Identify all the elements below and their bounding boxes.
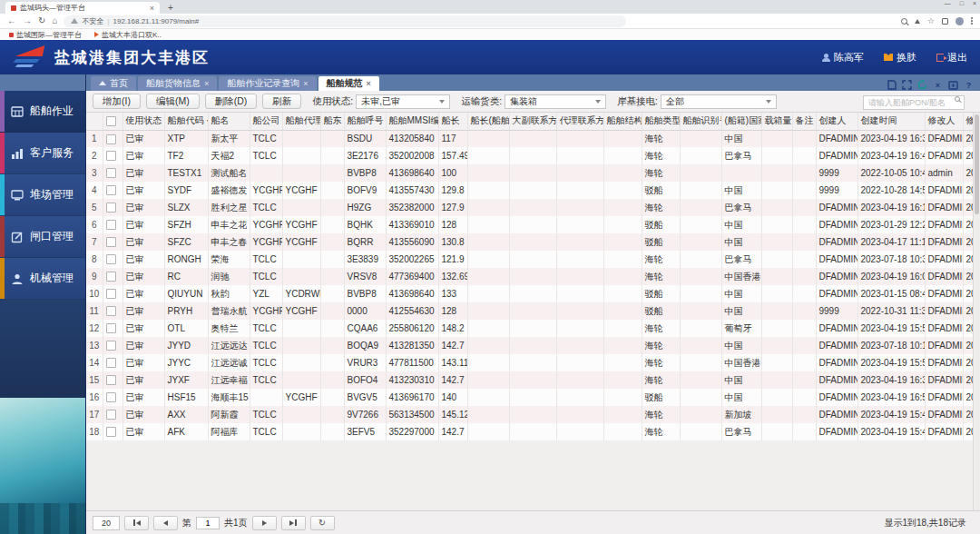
column-header[interactable]: 船舶代码 ▼ <box>164 113 208 130</box>
user-menu[interactable]: 陈高军 <box>822 51 864 64</box>
refresh-icon[interactable] <box>916 79 928 91</box>
file-icon[interactable] <box>886 79 897 91</box>
table-row[interactable]: 3已审TESTX1测试船名BVBP8413698640100海轮99992022… <box>86 164 980 182</box>
row-checkbox[interactable] <box>106 203 116 213</box>
row-checkbox[interactable] <box>106 254 116 264</box>
search-icon[interactable] <box>955 96 960 102</box>
shore-power-select[interactable]: 全部 <box>661 94 777 109</box>
tab-ship-specification[interactable]: 船舶规范 × <box>318 76 379 91</box>
bookmark-star-icon[interactable]: ☆ <box>927 16 935 25</box>
bookmark-item[interactable]: 盐城大丰港口双K.. <box>94 30 162 40</box>
window-maximize-button[interactable]: □ <box>960 0 964 6</box>
page-number-input[interactable] <box>196 517 220 529</box>
table-row[interactable]: 11已审PRYH普瑞永航YCGHFYCGHF0000412554630128驳船… <box>86 302 980 320</box>
new-tab-button[interactable]: + <box>165 3 176 14</box>
table-row[interactable]: 7已审SFZC申丰之春YCGHFYCGHFBQRR413556090130.8驳… <box>86 233 980 251</box>
tab-ship-work-record-query[interactable]: 船舶作业记录查询 × <box>219 76 316 91</box>
column-header[interactable]: 创建时间 <box>858 113 925 130</box>
table-row[interactable]: 8已审RONGH荣海TCLC3E3839352002265121.9海轮巴拿马D… <box>86 251 980 268</box>
column-header[interactable]: 船舶类型 <box>642 113 680 130</box>
bookmark-item[interactable]: 盐城国际—管理平台 <box>9 30 82 40</box>
sidebar-item-machinery-management[interactable]: 机械管理 <box>0 258 85 300</box>
column-header[interactable]: 备注 <box>792 113 816 130</box>
use-state-select[interactable]: 未审,已审 <box>356 94 450 109</box>
column-header[interactable]: 船名 <box>208 113 250 130</box>
tab-close-icon[interactable]: × <box>204 79 209 88</box>
table-row[interactable]: 2已审TF2天福2TCLC3E2176352002008157.49海轮巴拿马D… <box>86 147 980 164</box>
column-header[interactable]: 船舶MMSI编号 <box>386 113 438 130</box>
row-checkbox[interactable] <box>106 427 116 437</box>
search-icon[interactable] <box>901 18 907 25</box>
row-checkbox[interactable] <box>106 375 116 385</box>
column-header[interactable]: 大副联系方式 <box>509 113 556 130</box>
scrollbar-thumb[interactable] <box>975 114 979 214</box>
browser-tab-close-icon[interactable]: × <box>150 4 154 13</box>
table-row[interactable]: 12已审OTL奥特兰TCLCCQAA6255806120148.2海轮葡萄牙DF… <box>86 320 980 337</box>
row-checkbox[interactable] <box>106 151 116 161</box>
row-checkbox[interactable] <box>106 220 116 230</box>
row-checkbox[interactable] <box>106 168 116 178</box>
reading-list-icon[interactable] <box>942 18 948 25</box>
row-checkbox[interactable] <box>106 185 116 195</box>
row-checkbox[interactable] <box>106 341 116 351</box>
prev-page-button[interactable] <box>153 516 178 530</box>
tab-close-icon[interactable]: × <box>367 79 371 88</box>
row-checkbox[interactable] <box>106 323 116 333</box>
url-box[interactable]: 不安全 | 192.168.21.11:9079/main# <box>64 15 626 27</box>
table-row[interactable]: 10已审QIUYUN秋韵YZLYCDRWLBVBP8413698640133驳船… <box>86 285 980 302</box>
table-row[interactable]: 6已审SFZH申丰之花YCGHFYCGHFBQHK413369010128驳船中… <box>86 216 980 233</box>
column-header[interactable]: 船舶代理 <box>282 113 320 130</box>
sidebar-item-ship-operations[interactable]: 船舶作业 <box>0 91 85 133</box>
export-icon[interactable] <box>947 79 959 91</box>
close-all-icon[interactable]: × <box>932 79 944 91</box>
first-page-button[interactable] <box>124 516 149 530</box>
column-header[interactable]: 载箱量 <box>761 113 792 130</box>
last-page-button[interactable] <box>281 516 306 530</box>
column-header[interactable]: 创建人 <box>816 113 858 130</box>
change-skin-button[interactable]: 换肤 <box>884 51 916 64</box>
column-header[interactable]: (船籍)国家 <box>721 113 761 130</box>
column-header[interactable]: 船长(船舶) <box>467 113 509 130</box>
reload-grid-button[interactable]: ↻ <box>310 516 335 530</box>
delete-button[interactable]: 删除(D) <box>205 94 258 109</box>
browser-tab[interactable]: 盐城码头—管理平台 × <box>5 2 160 14</box>
column-header[interactable]: 船东 <box>320 113 344 130</box>
table-row[interactable]: 17已审AXX阿新霞TCLC9V7266563134500145.12海轮新加坡… <box>86 406 980 423</box>
share-icon[interactable] <box>915 19 920 24</box>
select-all-checkbox[interactable] <box>106 116 116 126</box>
logout-button[interactable]: 退出 <box>936 51 967 64</box>
row-checkbox[interactable] <box>106 306 116 316</box>
table-row[interactable]: 5已审SLZX胜利之星TCLCH9ZG352382000127.9海轮巴拿马DF… <box>86 199 980 216</box>
sidebar-item-customer-service[interactable]: 客户服务 <box>0 133 85 174</box>
column-header[interactable]: 船舶识别号 <box>680 113 721 130</box>
row-checkbox[interactable] <box>106 392 116 402</box>
table-row[interactable]: 13已审JYYD江远远达TCLCBOQA9413281350142.7海轮中国D… <box>86 337 980 354</box>
fullscreen-icon[interactable] <box>901 79 913 91</box>
table-row[interactable]: 1已审XTP新太平TCLCBSDU413205840117海轮中国DFADMIN… <box>86 130 980 147</box>
column-header[interactable]: 使用状态 <box>122 113 164 130</box>
column-header[interactable]: 船公司 <box>250 113 282 130</box>
next-page-button[interactable] <box>252 516 277 530</box>
browser-menu-icon[interactable] <box>971 20 973 22</box>
tab-close-icon[interactable]: × <box>303 79 308 88</box>
refresh-button[interactable]: 刷新 <box>262 94 301 109</box>
window-minimize-button[interactable]: — <box>945 0 951 6</box>
tab-home[interactable]: 首页 <box>91 76 136 91</box>
row-checkbox[interactable] <box>106 289 116 299</box>
table-row[interactable]: 18已审AFK阿福库TCLC3EFV5352297000142.7海轮巴拿马DF… <box>86 423 980 440</box>
forward-icon[interactable]: → <box>23 16 32 25</box>
column-header[interactable]: 代理联系方式 <box>556 113 603 130</box>
row-checkbox[interactable] <box>106 237 116 247</box>
ship-search-input[interactable] <box>863 95 965 110</box>
edit-button[interactable]: 编辑(M) <box>146 94 200 109</box>
column-header[interactable]: 船舶结构 <box>603 113 642 130</box>
column-header[interactable]: 修改人 <box>925 113 963 130</box>
column-header[interactable]: 船舶呼号 <box>344 113 386 130</box>
table-row[interactable]: 15已审JYXF江远幸福TCLCBOFO4413230310142.7海轮中国D… <box>86 371 980 389</box>
row-checkbox[interactable] <box>106 272 116 282</box>
table-row[interactable]: 4已审SYDF盛裕德发YCGHFYCGHFBOFV9413557430129.8… <box>86 182 980 199</box>
window-close-button[interactable]: × <box>973 0 976 6</box>
column-header[interactable]: 船长 <box>438 113 467 130</box>
table-row[interactable]: 9已审RC润驰TCLCVRSV8477369400132.69海轮中国香港DFA… <box>86 268 980 285</box>
vertical-scrollbar[interactable] <box>973 113 980 510</box>
